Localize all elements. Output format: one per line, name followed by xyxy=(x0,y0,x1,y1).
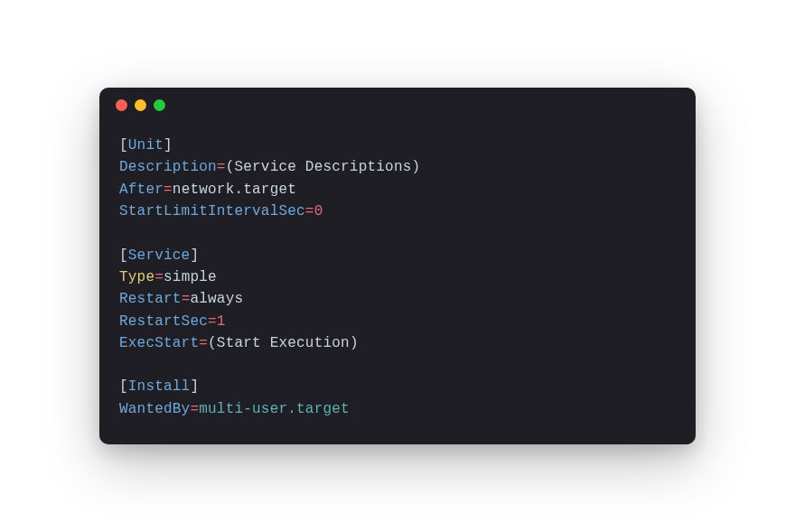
bracket-open: [ xyxy=(119,247,128,264)
key-description: Description xyxy=(119,159,217,175)
value-restartsec: 1 xyxy=(217,313,226,330)
section-unit: Unit xyxy=(128,137,164,154)
key-type: Type xyxy=(119,269,154,285)
equals-sign: = xyxy=(199,335,208,351)
code-window: [Unit] Description=(Service Descriptions… xyxy=(99,88,696,444)
close-icon[interactable] xyxy=(116,99,127,111)
code-content: [Unit] Description=(Service Descriptions… xyxy=(99,122,696,433)
paren-open: ( xyxy=(226,159,235,175)
key-after: After xyxy=(119,182,164,198)
equals-sign: = xyxy=(182,291,191,307)
equals-sign: = xyxy=(164,182,173,198)
value-restart: always xyxy=(190,291,243,307)
minimize-icon[interactable] xyxy=(135,99,146,111)
maximize-icon[interactable] xyxy=(154,99,165,111)
equals-sign: = xyxy=(208,313,217,330)
value-startlimit: 0 xyxy=(314,203,323,219)
value-description: Service Descriptions xyxy=(234,159,411,175)
value-type: simple xyxy=(164,269,217,285)
value-execstart: Start Execution xyxy=(217,335,350,351)
key-execstart: ExecStart xyxy=(119,335,199,351)
key-wantedby: WantedBy xyxy=(119,401,190,417)
bracket-open: [ xyxy=(119,137,128,154)
paren-close: ) xyxy=(411,159,420,175)
equals-sign: = xyxy=(305,203,314,219)
window-titlebar xyxy=(99,88,696,122)
section-service: Service xyxy=(128,247,191,264)
section-install: Install xyxy=(128,378,191,395)
key-startlimit: StartLimitIntervalSec xyxy=(119,203,305,219)
equals-sign: = xyxy=(217,159,226,175)
equals-sign: = xyxy=(190,401,199,417)
equals-sign: = xyxy=(154,269,164,285)
value-wantedby: multi-user.target xyxy=(199,401,350,417)
value-after: network.target xyxy=(173,182,296,198)
key-restart: Restart xyxy=(119,291,182,307)
bracket-close: ] xyxy=(190,247,199,264)
paren-close: ) xyxy=(350,335,359,351)
bracket-close: ] xyxy=(164,137,173,154)
paren-open: ( xyxy=(208,335,217,351)
bracket-close: ] xyxy=(190,378,199,395)
bracket-open: [ xyxy=(119,378,128,395)
key-restartsec: RestartSec xyxy=(119,313,208,330)
